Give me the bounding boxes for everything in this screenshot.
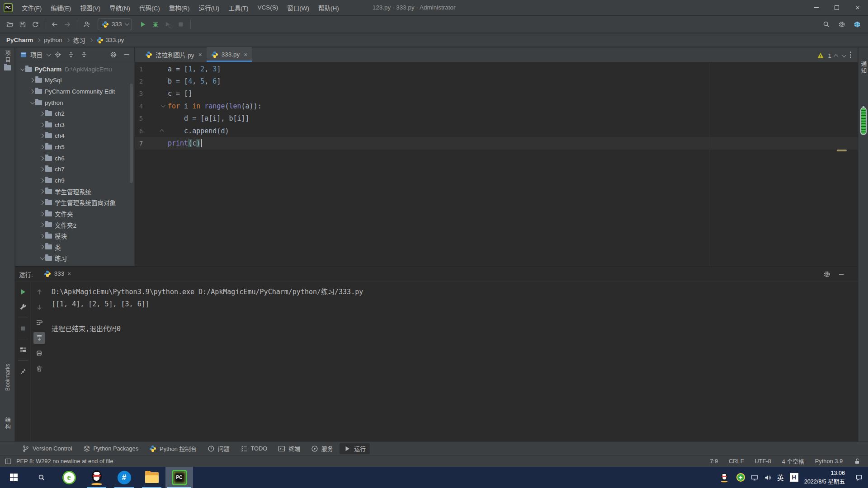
editor-area[interactable]: 法拉利图片.py×333.py× 1a = [1, 2, 3]2b = [4, …	[135, 47, 858, 266]
sidebar-tab-structure[interactable]: 结构	[0, 417, 15, 430]
tree-item[interactable]: 文件夹2	[15, 219, 135, 230]
breadcrumb-item[interactable]: 练习	[73, 36, 85, 45]
hide-run-panel-button[interactable]	[836, 269, 846, 279]
locate-file-button[interactable]	[53, 50, 63, 60]
menu-item[interactable]: 窗口(W)	[283, 0, 314, 15]
clear-all-button[interactable]	[33, 363, 45, 375]
tree-item[interactable]: 练习	[15, 253, 135, 264]
code-line[interactable]: 1a = [1, 2, 3]	[135, 63, 858, 75]
tree-item[interactable]: ch2	[15, 108, 135, 119]
scrollbar-thumb[interactable]	[130, 84, 133, 183]
tree-chevron-icon[interactable]	[38, 157, 45, 160]
project-settings-button[interactable]	[108, 50, 118, 60]
tree-chevron-icon[interactable]	[38, 235, 45, 238]
taskbar-app-360browser[interactable]: e	[55, 467, 83, 488]
warning-stripe-mark[interactable]	[837, 150, 847, 151]
settings-button[interactable]	[835, 19, 848, 30]
collapse-all-button[interactable]	[79, 50, 89, 60]
breadcrumb-item[interactable]: python	[44, 37, 62, 43]
up-stack-button[interactable]	[33, 286, 45, 298]
toolwindow-button[interactable]: TODO	[236, 443, 272, 454]
tree-item[interactable]: ch4	[15, 131, 135, 142]
tree-chevron-icon[interactable]	[18, 68, 25, 71]
tree-item[interactable]: 文件夹	[15, 208, 135, 220]
inspection-widget[interactable]: 1	[817, 52, 845, 59]
menu-item[interactable]: 工具(T)	[224, 0, 253, 15]
tree-item[interactable]: PyCharmD:\ApkMagicEmu	[15, 64, 135, 75]
scroll-to-end-button[interactable]	[33, 332, 45, 344]
toolwindow-button[interactable]: Python 控制台	[145, 443, 201, 454]
menu-item[interactable]: VCS(S)	[253, 0, 283, 15]
toolwindow-button[interactable]: 问题	[203, 443, 234, 454]
tree-item[interactable]: 学生管理系统面向对象	[15, 197, 135, 208]
menu-item[interactable]: 代码(C)	[135, 0, 165, 15]
taskbar-app-qq[interactable]	[83, 467, 110, 488]
close-icon[interactable]: ×	[198, 51, 202, 58]
close-icon[interactable]: ×	[244, 51, 247, 58]
pin-button[interactable]	[17, 365, 29, 377]
tree-chevron-icon[interactable]	[28, 90, 35, 93]
fold-marker-icon[interactable]	[147, 104, 168, 108]
qq-tray-icon[interactable]	[720, 473, 728, 482]
more-tabs-icon[interactable]	[848, 50, 853, 60]
tree-item[interactable]: ch6	[15, 153, 135, 164]
code-line[interactable]: 3c = []	[135, 88, 858, 100]
unlock-icon[interactable]	[854, 458, 861, 465]
taskbar-app-explorer[interactable]	[138, 467, 165, 488]
tree-chevron-icon[interactable]	[38, 257, 45, 260]
ime-mode-icon[interactable]: H	[790, 473, 798, 482]
tree-chevron-icon[interactable]	[28, 101, 35, 104]
taskbar-search-button[interactable]	[28, 467, 55, 488]
menu-item[interactable]: 重构(R)	[165, 0, 194, 15]
tree-chevron-icon[interactable]	[38, 123, 45, 127]
code-line[interactable]: 4for i in range(len(a)):	[135, 100, 858, 112]
run-settings-button[interactable]	[822, 269, 832, 279]
menu-item[interactable]: 文件(F)	[17, 0, 46, 15]
tree-item[interactable]: ch9	[15, 175, 135, 186]
code-editor[interactable]: 1a = [1, 2, 3]2b = [4, 5, 6]3c = []4for …	[135, 63, 858, 266]
sidebar-tab-notifications[interactable]: 通知	[859, 61, 868, 74]
indent-widget[interactable]: 4 个空格	[782, 457, 804, 465]
tree-item[interactable]: 类	[15, 242, 135, 253]
close-button[interactable]: ×	[847, 0, 868, 15]
run-button[interactable]	[137, 19, 149, 30]
encoding-widget[interactable]: UTF-8	[755, 458, 771, 465]
ime-language-indicator[interactable]: 英	[777, 473, 784, 482]
fold-marker-icon[interactable]	[147, 129, 168, 132]
line-separator-widget[interactable]: CRLF	[729, 458, 744, 465]
expand-all-button[interactable]	[66, 50, 76, 60]
tree-item[interactable]: python	[15, 97, 135, 108]
save-all-button[interactable]	[16, 19, 29, 30]
tree-chevron-icon[interactable]	[38, 212, 45, 216]
down-stack-button[interactable]	[33, 301, 45, 313]
hide-panel-button[interactable]	[122, 50, 132, 60]
network-tray-icon[interactable]	[751, 474, 758, 481]
interpreter-widget[interactable]: Python 3.9	[815, 458, 843, 465]
menu-item[interactable]: 运行(U)	[194, 0, 224, 15]
chevron-up-icon[interactable]	[834, 54, 838, 58]
tree-chevron-icon[interactable]	[38, 190, 45, 193]
tree-item[interactable]: ch5	[15, 141, 135, 153]
close-icon[interactable]: ×	[67, 270, 71, 277]
tree-chevron-icon[interactable]	[38, 145, 45, 149]
maximize-button[interactable]	[826, 0, 847, 15]
sidebar-tab-project[interactable]: 项目	[0, 50, 15, 70]
open-folder-button[interactable]	[4, 19, 16, 30]
code-line[interactable]: 6 c.append(d)	[135, 125, 858, 137]
sidebar-tab-bookmarks[interactable]: Bookmarks	[0, 364, 15, 391]
toolwindow-button[interactable]: 服务	[307, 443, 337, 454]
menu-item[interactable]: 导航(N)	[105, 0, 135, 15]
toolwindow-button[interactable]: Version Control	[18, 443, 76, 454]
tree-item[interactable]: 模块	[15, 230, 135, 242]
tree-chevron-icon[interactable]	[38, 179, 45, 182]
editor-tab[interactable]: 333.py×	[207, 47, 252, 62]
menu-item[interactable]: 帮助(H)	[314, 0, 344, 15]
taskbar-app-sharp[interactable]: #	[110, 467, 138, 488]
breadcrumb-item[interactable]: 333.py	[96, 37, 124, 44]
tree-chevron-icon[interactable]	[28, 79, 35, 82]
settings-wrench-button[interactable]	[17, 301, 29, 313]
tree-chevron-icon[interactable]	[38, 201, 45, 204]
taskbar-app-pycharm[interactable]: PC	[165, 467, 193, 488]
menu-item[interactable]: 视图(V)	[75, 0, 105, 15]
code-line[interactable]: 2b = [4, 5, 6]	[135, 75, 858, 87]
